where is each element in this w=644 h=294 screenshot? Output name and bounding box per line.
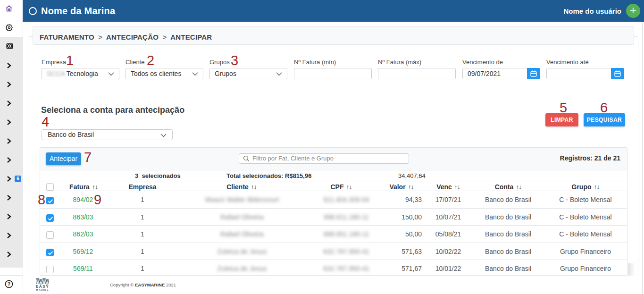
svg-text:MARINE: MARINE [36,288,49,291]
svg-text:?: ? [8,281,10,287]
